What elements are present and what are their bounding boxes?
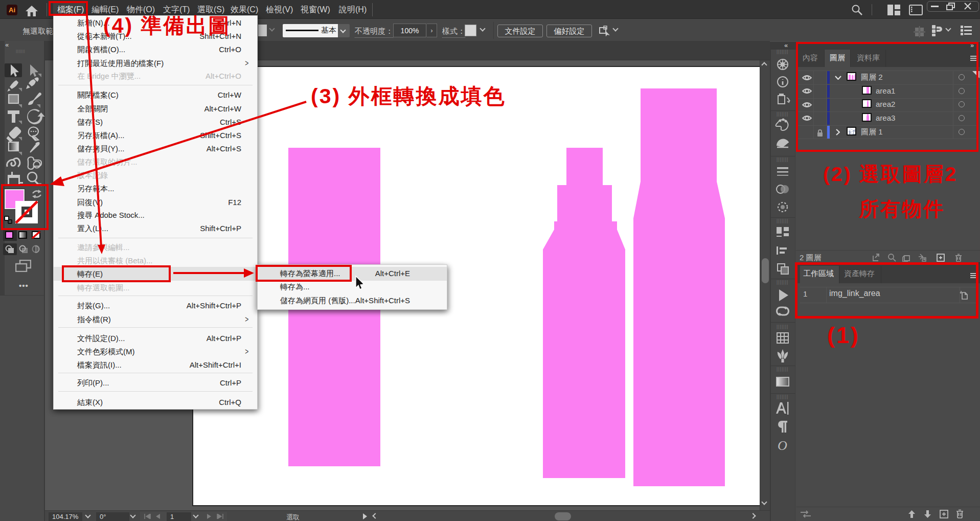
svg-text:O: O [778,438,787,453]
